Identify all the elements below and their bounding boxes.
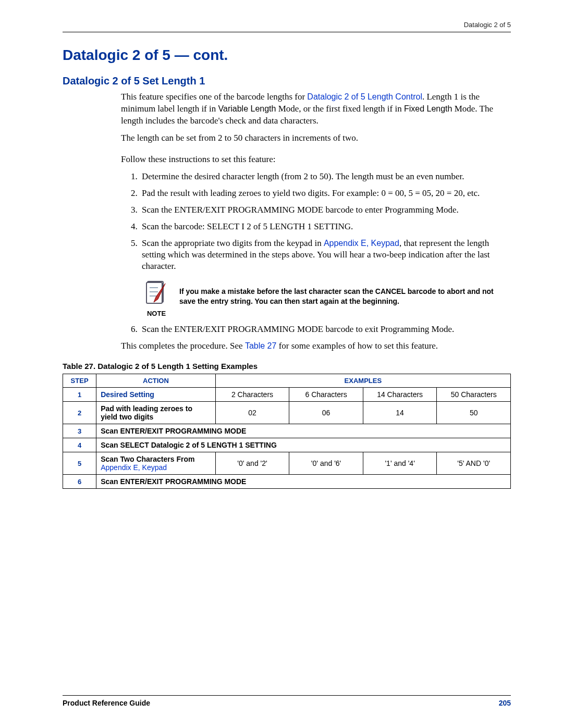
step-cell: 6: [63, 475, 96, 489]
action-cell-full: Scan SELECT Datalogic 2 of 5 LENGTH 1 SE…: [96, 438, 511, 452]
step-cell: 2: [63, 402, 96, 424]
text: Scan the appropriate two digits from the…: [142, 238, 324, 248]
section-heading: Datalogic 2 of 5 Set Length 1: [63, 75, 511, 87]
step-1: Determine the desired character length (…: [140, 171, 511, 182]
col-action: ACTION: [96, 374, 216, 388]
step-2: Pad the result with leading zeroes to yi…: [140, 188, 511, 199]
example-cell: 02: [215, 402, 289, 424]
table-row: 5 Scan Two Characters From Appendix E, K…: [63, 452, 511, 475]
intro-paragraph-1: This feature specifies one of the barcod…: [121, 91, 511, 127]
appendix-keypad-link[interactable]: Appendix E, Keypad: [101, 463, 167, 472]
step-5: Scan the appropriate two digits from the…: [140, 238, 511, 318]
example-cell: 14: [363, 402, 437, 424]
text: This feature specifies one of the barcod…: [121, 92, 307, 102]
table-row: 4 Scan SELECT Datalogic 2 of 5 LENGTH 1 …: [63, 438, 511, 452]
instruction-list: Determine the desired character length (…: [121, 171, 511, 336]
step-6: Scan the ENTER/EXIT PROGRAMMING MODE bar…: [140, 324, 511, 335]
example-cell: 2 Characters: [215, 388, 289, 402]
running-header: Datalogic 2 of 5: [63, 21, 511, 32]
action-cell-full: Scan ENTER/EXIT PROGRAMMING MODE: [96, 475, 511, 489]
example-cell: 50 Characters: [437, 388, 511, 402]
instructions-lead: Follow these instructions to set this fe…: [121, 154, 511, 166]
page: Datalogic 2 of 5 Datalogic 2 of 5 — cont…: [0, 0, 563, 728]
step-cell: 1: [63, 388, 96, 402]
variable-length-label: Variable Length: [218, 104, 276, 113]
note-text: If you make a mistake before the last ch…: [179, 279, 511, 306]
text: Mode, or the first fixed length if in: [276, 104, 404, 114]
page-title: Datalogic 2 of 5 — cont.: [63, 47, 511, 64]
appendix-keypad-link[interactable]: Appendix E, Keypad: [324, 239, 399, 248]
table-row: 6 Scan ENTER/EXIT PROGRAMMING MODE: [63, 475, 511, 489]
action-cell: Desired Setting: [96, 388, 216, 402]
examples-table: STEP ACTION EXAMPLES 1 Desired Setting 2…: [63, 374, 511, 489]
text: This completes the procedure. See: [121, 341, 245, 351]
example-cell: 14 Characters: [363, 388, 437, 402]
example-cell: '0' and '2': [215, 452, 289, 475]
note-label: NOTE: [142, 310, 171, 318]
example-cell: 6 Characters: [289, 388, 363, 402]
footer-guide-title: Product Reference Guide: [63, 699, 150, 707]
table-row: 3 Scan ENTER/EXIT PROGRAMMING MODE: [63, 424, 511, 438]
example-cell: 50: [437, 402, 511, 424]
note-block: NOTE If you make a mistake before the la…: [142, 279, 511, 318]
example-cell: '5' AND '0': [437, 452, 511, 475]
col-examples: EXAMPLES: [215, 374, 510, 388]
step-cell: 5: [63, 452, 96, 475]
step-4: Scan the barcode: SELECT I 2 of 5 LENGTH…: [140, 221, 511, 232]
closing-paragraph: This completes the procedure. See Table …: [121, 340, 511, 352]
note-icon: NOTE: [142, 279, 171, 318]
example-cell: '0' and '6': [289, 452, 363, 475]
step-3: Scan the ENTER/EXIT PROGRAMMING MODE bar…: [140, 204, 511, 216]
action-cell-full: Scan ENTER/EXIT PROGRAMMING MODE: [96, 424, 511, 438]
example-cell: '1' and '4': [363, 452, 437, 475]
table-row: 1 Desired Setting 2 Characters 6 Charact…: [63, 388, 511, 402]
table-row: 2 Pad with leading zeroes to yield two d…: [63, 402, 511, 424]
text: Scan Two Characters From: [101, 455, 194, 463]
action-cell: Pad with leading zeroes to yield two dig…: [96, 402, 216, 424]
action-cell: Scan Two Characters From Appendix E, Key…: [96, 452, 216, 475]
col-step: STEP: [63, 374, 96, 388]
example-cell: 06: [289, 402, 363, 424]
table-header-row: STEP ACTION EXAMPLES: [63, 374, 511, 388]
footer-page-number: 205: [499, 699, 511, 707]
step-cell: 4: [63, 438, 96, 452]
header-rule: [63, 32, 511, 32]
text: for some examples of how to set this fea…: [276, 341, 438, 351]
table-caption: Table 27. Datalogic 2 of 5 Length 1 Sett…: [63, 362, 511, 371]
page-footer: Product Reference Guide 205: [63, 695, 511, 707]
step-cell: 3: [63, 424, 96, 438]
intro-paragraph-2: The length can be set from 2 to 50 chara…: [121, 132, 511, 144]
length-control-link[interactable]: Datalogic 2 of 5 Length Control: [307, 92, 422, 101]
table-27-link[interactable]: Table 27: [245, 341, 277, 350]
fixed-length-label: Fixed Length: [404, 104, 452, 113]
